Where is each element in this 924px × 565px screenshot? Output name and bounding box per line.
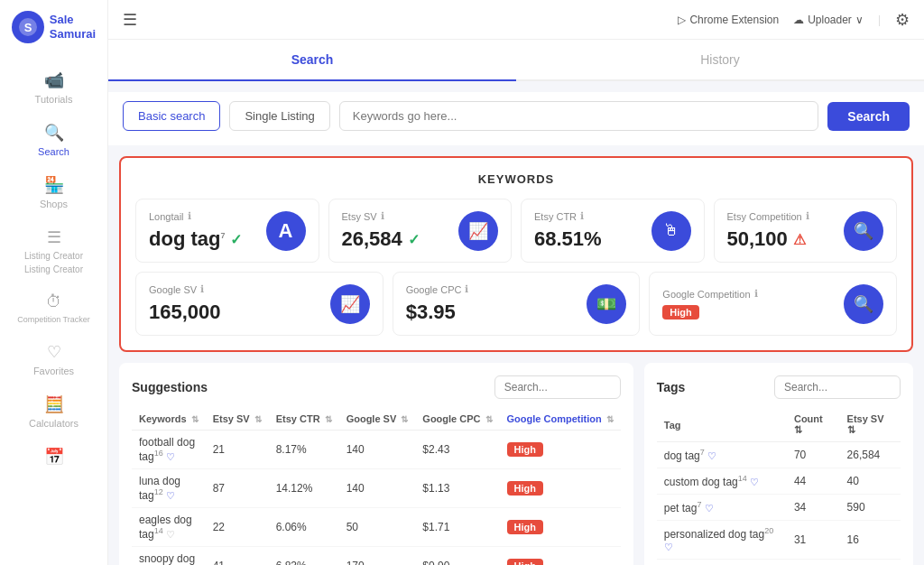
tab-search[interactable]: Search	[108, 40, 516, 79]
kw-card-etsy-competition-left: Etsy Competition ℹ 50,100 ⚠	[727, 210, 809, 251]
sidebar-item-favorites[interactable]: ♡ Favorites	[0, 333, 107, 385]
tag-count-cell: 44	[787, 468, 840, 495]
etsy-ctr-sort-icon[interactable]: ⇅	[325, 414, 332, 424]
keywords-section: KEYWORDS Longtail ℹ dog tag7 ✓ A	[119, 156, 913, 352]
favorite-heart-icon[interactable]: ♡	[166, 451, 175, 462]
etsy-competition-icon: 🔍	[844, 211, 883, 251]
sidebar-item-tutorials[interactable]: 📹 Tutorials	[0, 61, 107, 114]
google-sv-label: Google SV ℹ	[149, 283, 221, 295]
kw-card-google-sv: Google SV ℹ 165,000 📈	[135, 272, 383, 336]
google-sv-cell: 50	[339, 508, 416, 547]
google-competition-icon: 🔍	[844, 284, 883, 324]
favorite-heart-icon[interactable]: ♡	[166, 490, 175, 501]
google-sv-sort-icon[interactable]: ⇅	[401, 414, 408, 424]
uploader-button[interactable]: ☁ Uploader ∨	[793, 14, 864, 26]
high-badge: High	[662, 305, 698, 320]
tag-favorite-icon[interactable]: ♡	[664, 542, 673, 552]
google-sv-info-icon[interactable]: ℹ	[200, 283, 204, 295]
etsy-sv-cell: 41	[206, 547, 269, 566]
favorites-icon: ♡	[47, 342, 61, 362]
google-cpc-cell: $1.13	[415, 469, 499, 508]
kw-card-etsy-ctr-left: Etsy CTR ℹ 68.51%	[534, 210, 602, 251]
competition-cell: High	[500, 469, 621, 508]
high-badge: High	[507, 481, 543, 496]
tag-text: dog tag7	[664, 449, 705, 462]
header: ☰ ▷ Chrome Extension ☁ Uploader ∨ | ⚙	[108, 0, 924, 40]
listing-creator-icon: ☰	[47, 227, 61, 247]
single-listing-button[interactable]: Single Listing	[229, 101, 329, 131]
tutorials-icon: 📹	[44, 70, 64, 90]
sidebar-item-shops[interactable]: 🏪 Shops	[0, 166, 107, 218]
google-sv-value: 165,000	[149, 301, 221, 324]
sidebar-item-calendar[interactable]: 📅	[0, 438, 107, 476]
etsy-ctr-icon: 🖱	[651, 211, 691, 251]
count-sort-icon[interactable]: ⇅	[794, 424, 802, 435]
etsy-sv-check-icon: ✓	[408, 231, 420, 248]
tag-etsy-sv-cell: 590	[840, 495, 901, 521]
search-go-button[interactable]: Search	[827, 102, 910, 131]
logo: S SaleSamurai	[12, 11, 96, 43]
tags-etsy-sv-sort-icon[interactable]: ⇅	[847, 424, 855, 435]
tag-etsy-sv-cell: 16	[840, 521, 901, 560]
etsy-competition-info-icon[interactable]: ℹ	[806, 210, 809, 222]
kw-card-google-cpc-left: Google CPC ℹ $3.95	[406, 283, 469, 324]
uploader-chevron-icon: ∨	[855, 14, 864, 26]
search-input[interactable]	[339, 101, 819, 131]
google-competition-info-icon[interactable]: ℹ	[754, 288, 758, 300]
tab-history[interactable]: History	[516, 40, 924, 79]
tag-cell: custom dog tag14 ♡	[657, 468, 787, 495]
tag-text: personalized dog tag20	[664, 528, 773, 541]
table-row: snoopy dog tag14 ♡ 41 6.83% 170 $0.90 Hi…	[132, 547, 621, 566]
hamburger-menu-icon[interactable]: ☰	[123, 10, 137, 30]
basic-search-button[interactable]: Basic search	[123, 101, 220, 131]
sidebar-item-listing-creator[interactable]: ☰ Listing Creator Listing Creator	[0, 218, 107, 283]
tag-favorite-icon[interactable]: ♡	[750, 477, 759, 487]
suggestions-search-input[interactable]	[494, 375, 621, 399]
sidebar-item-calculators[interactable]: 🧮 Calculators	[0, 385, 107, 438]
settings-icon[interactable]: ⚙	[895, 10, 910, 30]
tag-count-cell: 34	[787, 495, 840, 521]
google-sv-cell: 140	[339, 469, 416, 508]
google-sv-icon: 📈	[330, 284, 370, 324]
etsy-ctr-cell: 6.06%	[269, 508, 339, 547]
favorite-heart-icon[interactable]: ♡	[166, 529, 175, 540]
tag-favorite-icon[interactable]: ♡	[707, 450, 716, 461]
col-google-cpc: Google CPC ⇅	[415, 408, 499, 431]
tags-table-header-row: Tag Count ⇅ Etsy SV ⇅	[657, 408, 901, 442]
search-row: Basic search Single Listing Search	[123, 101, 910, 131]
google-cpc-sort-icon[interactable]: ⇅	[485, 414, 493, 424]
tag-count-cell: 70	[787, 442, 840, 468]
tags-title: Tags	[657, 380, 686, 394]
high-badge: High	[507, 520, 543, 534]
google-comp-sort-icon[interactable]: ⇅	[606, 414, 614, 424]
tags-table-body: dog tag7 ♡ 70 26,584 custom dog tag14 ♡ …	[657, 442, 901, 560]
etsy-sv-info-icon[interactable]: ℹ	[381, 210, 384, 222]
kw-card-etsy-sv: Etsy SV ℹ 26,584 ✓ 📈	[328, 199, 513, 263]
col-google-sv: Google SV ⇅	[339, 408, 416, 431]
etsy-sv-sort-icon[interactable]: ⇅	[254, 414, 262, 424]
google-cpc-label: Google CPC ℹ	[406, 283, 469, 295]
etsy-ctr-value: 68.51%	[534, 227, 602, 251]
svg-text:S: S	[24, 21, 32, 34]
tag-count-cell: 31	[787, 521, 840, 560]
competition-cell: High	[500, 547, 621, 566]
google-sv-cell: 140	[339, 431, 416, 469]
tags-col-etsy-sv: Etsy SV ⇅	[840, 408, 901, 442]
sidebar-item-search[interactable]: 🔍 Search	[0, 114, 107, 166]
chrome-extension-button[interactable]: ▷ Chrome Extension	[678, 14, 779, 26]
kw-card-google-competition-left: Google Competition ℹ High	[662, 288, 757, 320]
keywords-sort-icon[interactable]: ⇅	[191, 414, 199, 424]
google-cpc-info-icon[interactable]: ℹ	[465, 283, 468, 295]
tags-search-input[interactable]	[774, 375, 901, 399]
google-cpc-cell: $0.90	[415, 547, 499, 566]
etsy-ctr-info-icon[interactable]: ℹ	[580, 210, 584, 222]
longtail-info-icon[interactable]: ℹ	[188, 210, 191, 222]
etsy-competition-warn-icon: ⚠	[793, 231, 806, 248]
sidebar-item-competition-tracker[interactable]: ⏱ Competition Tracker	[0, 283, 107, 333]
list-item: pet tag7 ♡ 34 590	[657, 495, 901, 521]
calendar-icon: 📅	[44, 447, 64, 467]
etsy-sv-icon: 📈	[458, 211, 498, 251]
tag-favorite-icon[interactable]: ♡	[705, 503, 714, 514]
logo-text: SaleSamurai	[50, 13, 96, 41]
tag-cell: personalized dog tag20 ♡	[657, 521, 787, 560]
